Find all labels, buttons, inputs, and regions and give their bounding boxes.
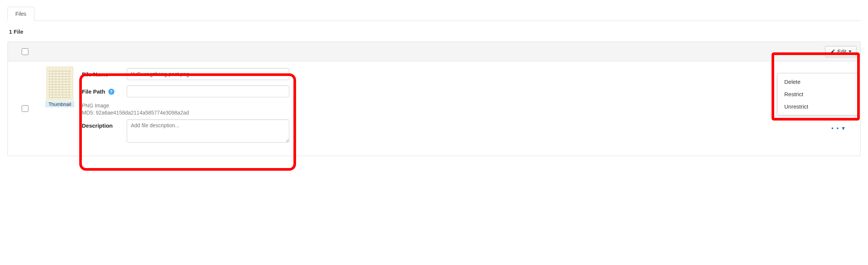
file-md5-text: MD5: 92a6ae4158da2114a585774e3098a2ad xyxy=(82,110,782,116)
file-name-input[interactable] xyxy=(127,68,289,80)
edit-button[interactable]: Edit xyxy=(825,46,856,57)
file-count: 1 File xyxy=(9,28,861,35)
row-actions-icon[interactable]: • • ▾ xyxy=(831,125,846,132)
pencil-icon xyxy=(830,49,835,54)
table-row: Thumbnail File Name File Path xyxy=(8,61,860,156)
tabs-row: Files xyxy=(7,7,861,21)
file-name-label: File Name xyxy=(82,68,127,77)
file-path-input[interactable] xyxy=(127,85,289,97)
files-table: Edit Thumbnail File Name xyxy=(7,42,861,156)
thumbnail-label: Thumbnail xyxy=(45,101,74,107)
file-path-label: File Path ? xyxy=(82,85,127,95)
row-checkbox[interactable] xyxy=(22,105,28,112)
edit-button-label: Edit xyxy=(837,49,846,55)
select-all-checkbox[interactable] xyxy=(22,48,28,55)
edit-dropdown: Delete Restrict Unrestrict xyxy=(777,73,858,115)
description-input[interactable] xyxy=(127,119,289,143)
thumbnail-image[interactable] xyxy=(46,67,73,100)
caret-down-icon xyxy=(849,51,852,52)
tab-files[interactable]: Files xyxy=(7,7,34,21)
menu-item-unrestrict[interactable]: Unrestrict xyxy=(778,100,857,113)
file-type-text: PNG Image xyxy=(82,103,782,109)
description-label: Description xyxy=(82,119,127,129)
menu-item-delete[interactable]: Delete xyxy=(778,76,857,88)
help-icon[interactable]: ? xyxy=(108,89,114,95)
menu-item-restrict[interactable]: Restrict xyxy=(778,88,857,100)
